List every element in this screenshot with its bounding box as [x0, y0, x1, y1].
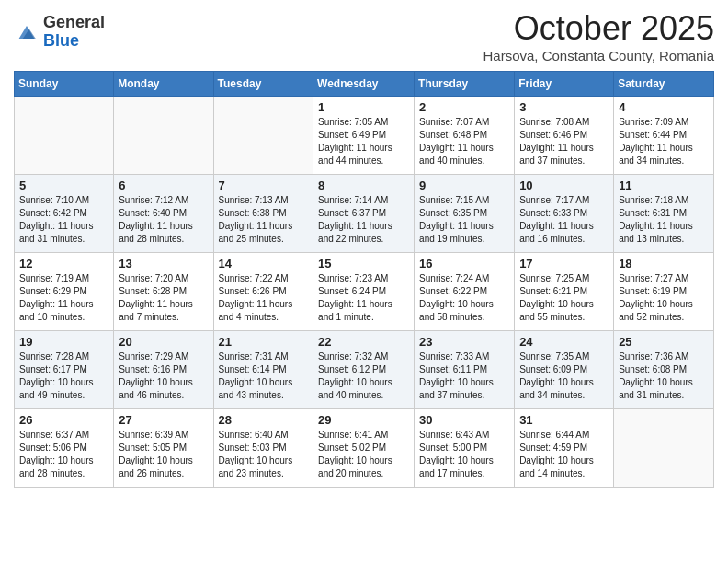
table-row	[213, 97, 313, 175]
month-title: October 2025	[483, 9, 714, 48]
logo-blue-text: Blue	[43, 32, 105, 51]
col-tuesday: Tuesday	[213, 72, 313, 97]
day-info: Sunrise: 7:19 AM Sunset: 6:29 PM Dayligh…	[19, 272, 108, 324]
day-info: Sunrise: 7:29 AM Sunset: 6:16 PM Dayligh…	[119, 350, 208, 402]
day-number: 7	[219, 178, 309, 192]
day-number: 10	[519, 178, 609, 192]
day-number: 25	[619, 335, 709, 349]
day-number: 16	[419, 257, 509, 270]
day-info: Sunrise: 7:31 AM Sunset: 6:14 PM Dayligh…	[219, 350, 309, 402]
day-info: Sunrise: 7:35 AM Sunset: 6:09 PM Dayligh…	[519, 350, 609, 402]
day-number: 15	[318, 257, 409, 270]
day-info: Sunrise: 7:22 AM Sunset: 6:26 PM Dayligh…	[219, 272, 309, 324]
day-number: 29	[318, 413, 409, 427]
table-row: 22Sunrise: 7:32 AM Sunset: 6:12 PM Dayli…	[313, 331, 415, 409]
day-info: Sunrise: 7:05 AM Sunset: 6:49 PM Dayligh…	[318, 116, 409, 167]
table-row: 10Sunrise: 7:17 AM Sunset: 6:33 PM Dayli…	[515, 175, 614, 253]
table-row: 3Sunrise: 7:08 AM Sunset: 6:46 PM Daylig…	[515, 97, 614, 175]
day-number: 21	[219, 335, 309, 349]
day-info: Sunrise: 7:25 AM Sunset: 6:21 PM Dayligh…	[519, 272, 609, 324]
day-info: Sunrise: 7:33 AM Sunset: 6:11 PM Dayligh…	[419, 350, 509, 402]
table-row: 25Sunrise: 7:36 AM Sunset: 6:08 PM Dayli…	[614, 331, 714, 409]
calendar-week-row: 12Sunrise: 7:19 AM Sunset: 6:29 PM Dayli…	[15, 253, 714, 331]
day-info: Sunrise: 7:10 AM Sunset: 6:42 PM Dayligh…	[19, 194, 108, 246]
day-info: Sunrise: 7:27 AM Sunset: 6:19 PM Dayligh…	[619, 272, 709, 324]
table-row: 18Sunrise: 7:27 AM Sunset: 6:19 PM Dayli…	[614, 253, 714, 331]
table-row: 24Sunrise: 7:35 AM Sunset: 6:09 PM Dayli…	[515, 331, 614, 409]
day-info: Sunrise: 6:40 AM Sunset: 5:03 PM Dayligh…	[219, 429, 309, 480]
day-number: 31	[519, 413, 609, 427]
day-info: Sunrise: 6:41 AM Sunset: 5:02 PM Dayligh…	[318, 429, 409, 480]
logo: General Blue	[14, 14, 105, 51]
day-number: 23	[419, 335, 509, 349]
day-number: 8	[318, 178, 409, 192]
col-saturday: Saturday	[614, 72, 714, 97]
title-block: October 2025 Harsova, Constanta County, …	[483, 9, 714, 63]
table-row: 16Sunrise: 7:24 AM Sunset: 6:22 PM Dayli…	[415, 253, 515, 331]
table-row: 29Sunrise: 6:41 AM Sunset: 5:02 PM Dayli…	[313, 409, 415, 488]
day-number: 28	[219, 413, 309, 427]
day-number: 6	[119, 178, 208, 192]
location: Harsova, Constanta County, Romania	[483, 48, 714, 63]
col-monday: Monday	[114, 72, 213, 97]
day-info: Sunrise: 6:43 AM Sunset: 5:00 PM Dayligh…	[419, 429, 509, 480]
table-row	[15, 97, 114, 175]
col-thursday: Thursday	[415, 72, 515, 97]
day-number: 1	[318, 100, 409, 114]
day-info: Sunrise: 7:32 AM Sunset: 6:12 PM Dayligh…	[318, 350, 409, 402]
table-row: 26Sunrise: 6:37 AM Sunset: 5:06 PM Dayli…	[15, 409, 114, 488]
table-row: 12Sunrise: 7:19 AM Sunset: 6:29 PM Dayli…	[15, 253, 114, 331]
table-row: 8Sunrise: 7:14 AM Sunset: 6:37 PM Daylig…	[313, 175, 415, 253]
day-info: Sunrise: 7:36 AM Sunset: 6:08 PM Dayligh…	[619, 350, 709, 402]
table-row: 9Sunrise: 7:15 AM Sunset: 6:35 PM Daylig…	[415, 175, 515, 253]
logo-general-text: General	[43, 14, 105, 32]
day-number: 14	[219, 257, 309, 270]
generalblue-icon	[14, 19, 40, 45]
day-info: Sunrise: 7:09 AM Sunset: 6:44 PM Dayligh…	[619, 116, 709, 167]
day-number: 12	[19, 257, 108, 270]
day-number: 5	[19, 178, 108, 192]
day-info: Sunrise: 7:15 AM Sunset: 6:35 PM Dayligh…	[419, 194, 509, 246]
table-row: 20Sunrise: 7:29 AM Sunset: 6:16 PM Dayli…	[114, 331, 213, 409]
table-row: 5Sunrise: 7:10 AM Sunset: 6:42 PM Daylig…	[15, 175, 114, 253]
table-row: 27Sunrise: 6:39 AM Sunset: 5:05 PM Dayli…	[114, 409, 213, 488]
table-row: 30Sunrise: 6:43 AM Sunset: 5:00 PM Dayli…	[415, 409, 515, 488]
day-info: Sunrise: 6:44 AM Sunset: 4:59 PM Dayligh…	[519, 429, 609, 480]
table-row: 7Sunrise: 7:13 AM Sunset: 6:38 PM Daylig…	[213, 175, 313, 253]
day-info: Sunrise: 6:37 AM Sunset: 5:06 PM Dayligh…	[19, 429, 108, 480]
table-row: 13Sunrise: 7:20 AM Sunset: 6:28 PM Dayli…	[114, 253, 213, 331]
day-number: 26	[19, 413, 108, 427]
table-row: 14Sunrise: 7:22 AM Sunset: 6:26 PM Dayli…	[213, 253, 313, 331]
day-info: Sunrise: 7:07 AM Sunset: 6:48 PM Dayligh…	[419, 116, 509, 167]
day-info: Sunrise: 7:24 AM Sunset: 6:22 PM Dayligh…	[419, 272, 509, 324]
table-row: 21Sunrise: 7:31 AM Sunset: 6:14 PM Dayli…	[213, 331, 313, 409]
table-row: 6Sunrise: 7:12 AM Sunset: 6:40 PM Daylig…	[114, 175, 213, 253]
table-row	[614, 409, 714, 488]
page: General Blue October 2025 Harsova, Const…	[0, 0, 728, 501]
day-number: 17	[519, 257, 609, 270]
table-row: 15Sunrise: 7:23 AM Sunset: 6:24 PM Dayli…	[313, 253, 415, 331]
day-number: 20	[119, 335, 208, 349]
day-info: Sunrise: 7:18 AM Sunset: 6:31 PM Dayligh…	[619, 194, 709, 246]
logo-text: General Blue	[43, 14, 105, 51]
day-number: 24	[519, 335, 609, 349]
day-info: Sunrise: 7:28 AM Sunset: 6:17 PM Dayligh…	[19, 350, 108, 402]
table-row: 4Sunrise: 7:09 AM Sunset: 6:44 PM Daylig…	[614, 97, 714, 175]
calendar-week-row: 1Sunrise: 7:05 AM Sunset: 6:49 PM Daylig…	[15, 97, 714, 175]
day-info: Sunrise: 7:20 AM Sunset: 6:28 PM Dayligh…	[119, 272, 208, 324]
day-info: Sunrise: 7:08 AM Sunset: 6:46 PM Dayligh…	[519, 116, 609, 167]
table-row: 1Sunrise: 7:05 AM Sunset: 6:49 PM Daylig…	[313, 97, 415, 175]
day-info: Sunrise: 7:23 AM Sunset: 6:24 PM Dayligh…	[318, 272, 409, 324]
col-sunday: Sunday	[15, 72, 114, 97]
col-friday: Friday	[515, 72, 614, 97]
day-info: Sunrise: 7:12 AM Sunset: 6:40 PM Dayligh…	[119, 194, 208, 246]
col-wednesday: Wednesday	[313, 72, 415, 97]
day-info: Sunrise: 6:39 AM Sunset: 5:05 PM Dayligh…	[119, 429, 208, 480]
day-number: 19	[19, 335, 108, 349]
table-row: 17Sunrise: 7:25 AM Sunset: 6:21 PM Dayli…	[515, 253, 614, 331]
calendar-week-row: 26Sunrise: 6:37 AM Sunset: 5:06 PM Dayli…	[15, 409, 714, 488]
table-row: 28Sunrise: 6:40 AM Sunset: 5:03 PM Dayli…	[213, 409, 313, 488]
day-info: Sunrise: 7:17 AM Sunset: 6:33 PM Dayligh…	[519, 194, 609, 246]
calendar-week-row: 19Sunrise: 7:28 AM Sunset: 6:17 PM Dayli…	[15, 331, 714, 409]
calendar-table: Sunday Monday Tuesday Wednesday Thursday…	[14, 71, 714, 488]
